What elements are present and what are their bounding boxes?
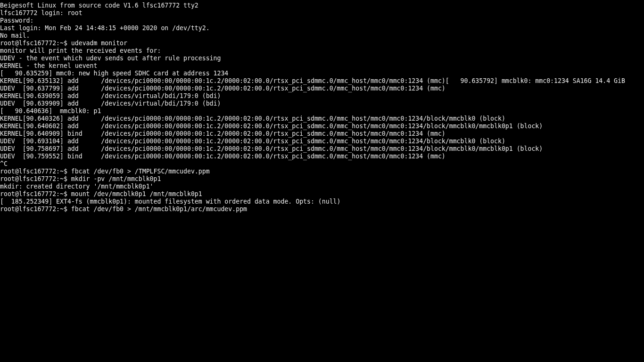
terminal-line: KERNEL[90.640909] bind /devices/pci0000:… (0, 130, 644, 138)
terminal-line: KERNEL - the kernel uevent (0, 62, 644, 70)
terminal-line: UDEV [90.758697] add /devices/pci0000:00… (0, 145, 644, 153)
terminal-line: KERNEL[90.640602] add /devices/pci0000:0… (0, 123, 644, 130)
terminal-line: mkdir: created directory '/mnt/mmcblk0p1… (0, 183, 644, 190)
terminal-line: ^C (0, 160, 644, 168)
terminal-line: UDEV [90.639909] add /devices/virtual/bd… (0, 100, 644, 107)
terminal-line: root@lfsc167772:~$ udevadm monitor (0, 40, 644, 47)
terminal-line: UDEV [90.637799] add /devices/pci0000:00… (0, 85, 644, 92)
terminal-line: lfsc167772 login: root (0, 9, 644, 17)
terminal-line: [ 185.252349] EXT4-fs (mmcblk0p1): mount… (0, 198, 644, 206)
terminal-line: Password: (0, 17, 644, 25)
terminal-line: UDEV - the event which udev sends out af… (0, 55, 644, 62)
terminal-screen[interactable]: Beigesoft Linux from source code V1.6 lf… (0, 0, 644, 213)
terminal-line: KERNEL[90.635132] add /devices/pci0000:0… (0, 77, 644, 85)
terminal-line: Beigesoft Linux from source code V1.6 lf… (0, 2, 644, 9)
terminal-line: [ 90.640636] mmcblk0: p1 (0, 107, 644, 115)
terminal-line: monitor will print the received events f… (0, 47, 644, 55)
terminal-line: UDEV [90.693104] add /devices/pci0000:00… (0, 138, 644, 145)
terminal-line: Last login: Mon Feb 24 14:48:15 +0000 20… (0, 25, 644, 32)
terminal-line: root@lfsc167772:~$ fbcat /dev/fb0 > /TMP… (0, 168, 644, 175)
terminal-line: No mail. (0, 32, 644, 40)
terminal-line: root@lfsc167772:~$ mount /dev/mmcblk0p1 … (0, 190, 644, 198)
terminal-line: root@lfsc167772:~$ mkdir -pv /mnt/mmcblk… (0, 175, 644, 183)
terminal-line: KERNEL[90.640326] add /devices/pci0000:0… (0, 115, 644, 123)
terminal-line: [ 90.635259] mmc0: new high speed SDHC c… (0, 70, 644, 77)
terminal-line: KERNEL[90.639059] add /devices/virtual/b… (0, 92, 644, 100)
terminal-line: root@lfsc167772:~$ fbcat /dev/fb0 > /mnt… (0, 206, 644, 213)
terminal-line: UDEV [90.759552] bind /devices/pci0000:0… (0, 153, 644, 160)
